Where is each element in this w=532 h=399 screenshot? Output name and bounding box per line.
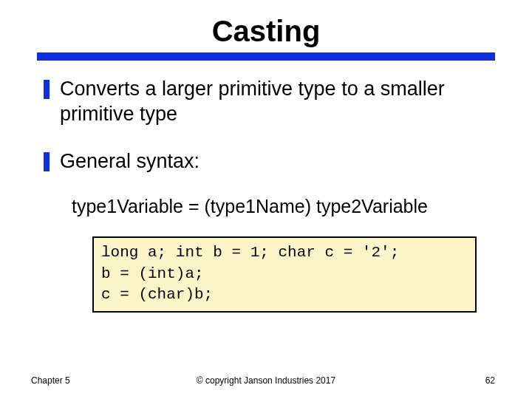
- bullet-marker-icon: [44, 80, 50, 99]
- code-line: long a; int b = 1; char c = '2';: [101, 244, 399, 261]
- slide-title: Casting: [41, 15, 491, 52]
- bullet-marker-icon: [44, 152, 50, 171]
- syntax-line: type1Variable = (type1Name) type2Variabl…: [72, 196, 491, 217]
- footer: Chapter 5 © copyright Janson Industries …: [0, 375, 532, 386]
- code-box: long a; int b = 1; char c = '2'; b = (in…: [92, 236, 477, 313]
- slide: Casting Converts a larger primitive type…: [0, 0, 532, 399]
- code-line: c = (char)b;: [101, 286, 213, 303]
- bullet-item: General syntax:: [44, 149, 491, 174]
- title-rule: [37, 52, 495, 61]
- code-line: b = (int)a;: [101, 265, 204, 282]
- bullet-item: Converts a larger primitive type to a sm…: [44, 77, 491, 127]
- bullet-text: Converts a larger primitive type to a sm…: [60, 77, 491, 127]
- footer-copyright: © copyright Janson Industries 2017: [0, 375, 532, 386]
- bullet-list: Converts a larger primitive type to a sm…: [41, 77, 491, 174]
- bullet-text: General syntax:: [60, 149, 491, 174]
